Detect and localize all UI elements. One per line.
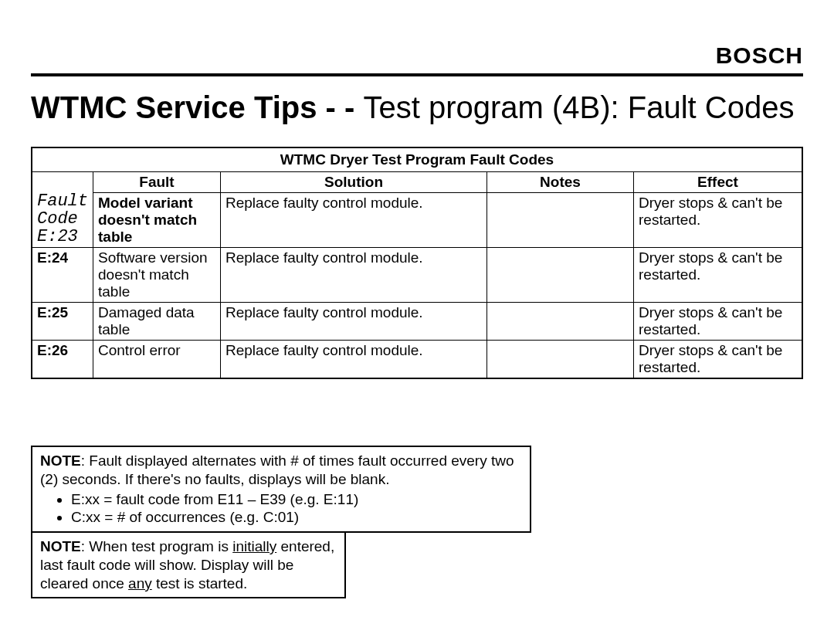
cell-fault: Software version doesn't match table	[93, 248, 221, 303]
cell-fault: Model variant doesn't match table	[93, 193, 221, 248]
list-item: C:xx = # of occurrences (e.g. C:01)	[71, 508, 522, 527]
note-label: NOTE	[40, 538, 81, 554]
cell-code: E:24	[32, 248, 93, 303]
cell-effect: Dryer stops & can't be restarted.	[634, 303, 802, 341]
list-item: E:xx = fault code from E11 – E39 (e.g. E…	[71, 490, 522, 509]
cell-effect: Dryer stops & can't be restarted.	[634, 193, 802, 248]
cell-notes	[487, 303, 634, 341]
cell-fault: Damaged data table	[93, 303, 221, 341]
cell-solution: Replace faulty control module.	[221, 303, 487, 341]
header-divider	[31, 73, 803, 76]
cell-code: E:26	[32, 341, 93, 379]
fault-codes-table: WTMC Dryer Test Program Fault Codes Faul…	[31, 147, 803, 379]
note2-any: any	[128, 575, 152, 591]
cell-notes	[487, 193, 634, 248]
table-row: E:24 Software version doesn't match tabl…	[32, 248, 802, 303]
note-label: NOTE	[40, 452, 81, 469]
table-row: E:25 Damaged data table Replace faulty c…	[32, 303, 802, 341]
cell-fault: Control error	[93, 341, 221, 379]
title-rest: Test program (4B): Fault Codes	[363, 90, 794, 124]
table-row: E:26 Control error Replace faulty contro…	[32, 341, 802, 379]
cell-effect: Dryer stops & can't be restarted.	[634, 341, 802, 379]
cell-notes	[487, 248, 634, 303]
cell-effect: Dryer stops & can't be restarted.	[634, 248, 802, 303]
th-fault: Fault	[93, 172, 221, 193]
note2-part1: : When test program is	[81, 538, 232, 554]
cell-notes	[487, 341, 634, 379]
note-box-secondary: NOTE: When test program is initially ent…	[31, 533, 346, 598]
cell-solution: Replace faulty control module.	[221, 341, 487, 379]
table-caption: WTMC Dryer Test Program Fault Codes	[32, 147, 802, 172]
note-box-primary: NOTE: Fault displayed alternates with # …	[31, 446, 531, 533]
note1-list: E:xx = fault code from E11 – E39 (e.g. E…	[40, 490, 522, 527]
title-bold: WTMC Service Tips - -	[31, 90, 363, 124]
table-caption-row: WTMC Dryer Test Program Fault Codes	[32, 147, 802, 172]
note2-initially: initially	[232, 538, 276, 554]
th-notes: Notes	[487, 172, 634, 193]
table-row: Model variant doesn't match table Replac…	[32, 193, 802, 248]
brand-label: BOSCH	[31, 42, 803, 69]
th-fault-code: Fault Code E:23	[32, 172, 93, 248]
th-solution: Solution	[221, 172, 487, 193]
note2-part3: test is started.	[152, 575, 248, 591]
note1-text: : Fault displayed alternates with # of t…	[40, 452, 514, 487]
cell-solution: Replace faulty control module.	[221, 248, 487, 303]
cell-code: E:25	[32, 303, 93, 341]
cell-solution: Replace faulty control module.	[221, 193, 487, 248]
table-header-row: Fault Code E:23 Fault Solution Notes Eff…	[32, 172, 802, 193]
page-title: WTMC Service Tips - - Test program (4B):…	[31, 90, 803, 125]
th-effect: Effect	[634, 172, 802, 193]
